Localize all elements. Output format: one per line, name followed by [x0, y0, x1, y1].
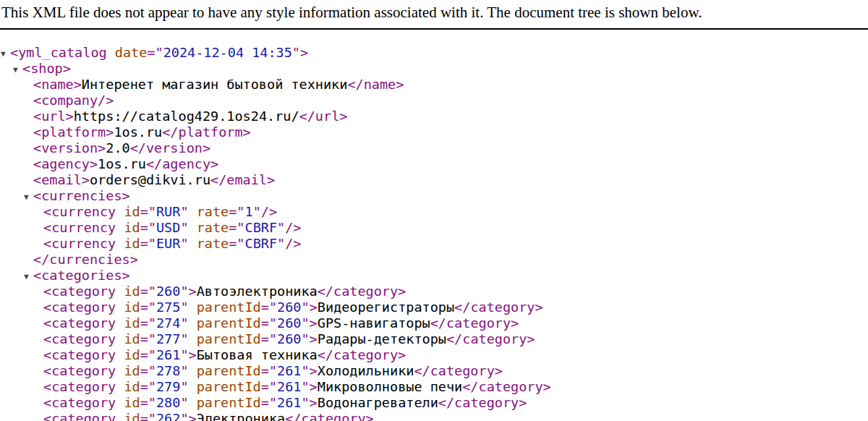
collapse-arrow-icon[interactable]: ▼: [1, 46, 10, 62]
xml-line: <url>https://catalog429.1os24.ru/</url>: [0, 109, 868, 124]
tag-token: <yml_catalog: [10, 45, 115, 60]
tag-token: ": [180, 379, 196, 394]
attr-value-token: 279: [156, 379, 180, 394]
attr-value-token: USD: [156, 220, 180, 235]
tag-token: =": [261, 379, 277, 394]
no-style-notice: This XML file does not appear to have an…: [0, 0, 868, 30]
attr-name-token: parentId: [197, 395, 261, 410]
tag-token: ": [180, 395, 196, 410]
attr-value-token: 261: [277, 379, 301, 394]
tag-token: <company/>: [33, 93, 114, 108]
tag-token: =": [140, 395, 156, 410]
tag-token: <url>: [33, 109, 74, 124]
attr-name-token: id: [124, 347, 140, 362]
tag-token: <category: [43, 284, 124, 299]
xml-tree: ▼<yml_catalog date="2024-12-04 14:35">▼<…: [0, 45, 868, 421]
text-content-token: https://catalog429.1os24.ru/: [74, 109, 299, 124]
xml-line: <name>Интеренет магазин бытовой техники<…: [0, 77, 868, 93]
tag-token: </url>: [299, 109, 348, 124]
collapse-arrow-icon[interactable]: ▼: [24, 269, 33, 285]
text-content-token: 1os.ru: [114, 124, 162, 140]
tag-token: =": [140, 411, 156, 421]
attr-name-token: id: [124, 220, 140, 235]
tag-token: ">: [301, 331, 317, 346]
tag-token: <category: [43, 331, 124, 346]
tag-token: <agency>: [33, 156, 98, 171]
tag-token: ": [180, 363, 196, 378]
tag-token: <currency: [43, 220, 124, 235]
tag-token: </version>: [130, 140, 210, 156]
tag-token: =": [261, 315, 277, 331]
attr-value-token: 261: [156, 347, 180, 362]
tag-token: ": [180, 315, 196, 331]
tag-token: =": [229, 236, 244, 251]
tag-token: ">: [301, 379, 317, 394]
attr-name-token: id: [124, 284, 140, 299]
text-content-token: Водонагреватели: [318, 395, 438, 410]
tag-token: <currency: [43, 204, 124, 219]
tag-token: =": [261, 363, 277, 378]
tag-token: <version>: [33, 140, 106, 156]
attr-name-token: parentId: [197, 363, 261, 378]
tag-token: </platform>: [162, 124, 251, 140]
xml-line: <email>orders@dikvi.ru</email>: [0, 172, 868, 188]
tag-token: =": [229, 220, 244, 235]
attr-value-token: 274: [156, 315, 180, 331]
tag-token: "/>: [277, 220, 301, 235]
tag-token: ">: [301, 395, 317, 410]
text-content-token: Бытовая техника: [197, 347, 318, 362]
xml-line: ▼<yml_catalog date="2024-12-04 14:35">: [0, 45, 868, 61]
text-content-token: Интеренет магазин бытовой техники: [82, 77, 348, 92]
tag-token: ": [180, 204, 196, 219]
attr-value-token: CBRF: [245, 220, 278, 235]
attr-name-token: parentId: [197, 379, 261, 394]
attr-value-token: 260: [277, 299, 301, 315]
tag-token: <category: [43, 363, 124, 378]
attr-name-token: id: [124, 204, 140, 219]
tag-token: "/>: [277, 236, 301, 251]
xml-line: <version>2.0</version>: [0, 140, 868, 156]
tag-token: </category>: [430, 315, 519, 331]
tag-token: <category: [43, 379, 124, 394]
tag-token: <platform>: [33, 124, 114, 140]
attr-name-token: id: [124, 395, 140, 410]
tag-token: ">: [180, 347, 196, 362]
tag-token: <shop>: [22, 61, 71, 76]
xml-line: ▼<categories>: [0, 268, 868, 284]
tag-token: =": [140, 220, 156, 235]
attr-value-token: RUR: [156, 204, 180, 219]
attr-value-token: 260: [277, 315, 301, 331]
attr-name-token: rate: [197, 220, 229, 235]
attr-value-token: 278: [156, 363, 180, 378]
attr-value-token: EUR: [156, 236, 180, 251]
text-content-token: Микроволновые печи: [318, 379, 462, 394]
attr-value-token: 275: [156, 299, 180, 315]
collapse-arrow-icon[interactable]: ▼: [13, 62, 22, 78]
xml-line: <platform>1os.ru</platform>: [0, 124, 868, 140]
tag-token: =": [140, 284, 156, 299]
tag-token: =": [147, 45, 163, 60]
tag-token: <name>: [33, 77, 82, 92]
tag-token: </category>: [454, 299, 543, 315]
attr-name-token: parentId: [197, 331, 261, 346]
tag-token: ">: [301, 315, 317, 331]
tag-token: =": [140, 204, 156, 219]
text-content-token: Автоэлектроника: [197, 284, 318, 299]
tag-token: =": [140, 236, 156, 251]
tag-token: <category: [43, 347, 124, 362]
attr-value-token: 277: [156, 331, 180, 346]
tag-token: =": [140, 315, 156, 331]
collapse-arrow-icon[interactable]: ▼: [24, 190, 33, 205]
text-content-token: Электроника: [197, 411, 286, 421]
text-content-token: orders@dikvi.ru: [90, 172, 210, 187]
attr-value-token: CBRF: [245, 236, 278, 251]
text-content-token: Радары-детекторы: [318, 331, 446, 346]
attr-value-token: 261: [277, 395, 301, 410]
tag-token: </name>: [347, 77, 404, 92]
attr-name-token: id: [124, 379, 140, 394]
tag-token: <email>: [33, 172, 90, 187]
tag-token: =": [229, 204, 244, 219]
tag-token: </category>: [446, 331, 535, 346]
xml-line: <category id="278" parentId="261">Холоди…: [0, 363, 868, 379]
tag-token: </category>: [462, 379, 551, 394]
